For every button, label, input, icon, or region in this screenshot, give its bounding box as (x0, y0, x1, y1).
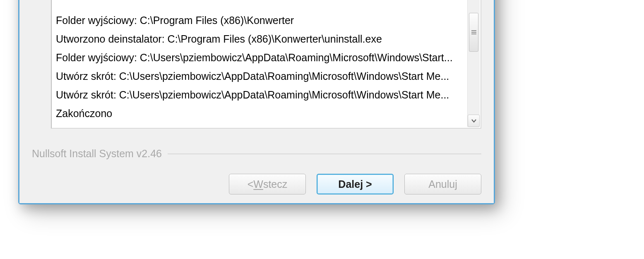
log-line: Utworzono deinstalator: C:\Program Files… (56, 30, 463, 48)
log-line: Utwórz skrót: C:\Users\pziembowicz\AppDa… (56, 86, 463, 104)
wizard-button-row: < Wstecz Dalej > Anuluj (32, 174, 481, 194)
scrollbar-thumb[interactable] (469, 13, 478, 52)
next-button[interactable]: Dalej > (317, 174, 394, 194)
log-line: Utwórz skrót: C:\Users\pziembowicz\AppDa… (56, 67, 463, 86)
log-scrollbar[interactable] (467, 0, 480, 127)
back-button[interactable]: < Wstecz (229, 174, 306, 194)
install-log: Folder wyjściowy: C:\Program Files (x86)… (52, 0, 466, 125)
next-button-label: Dalej > (338, 178, 372, 190)
log-line: Folder wyjściowy: C:\Program Files (x86)… (56, 11, 463, 30)
installer-window: Folder wyjściowy: C:\Program Files (x86)… (18, 0, 495, 204)
scrollbar-grip-icon (471, 30, 476, 34)
separator-line (168, 153, 481, 154)
back-button-accel: W (253, 178, 263, 190)
scrollbar-track[interactable] (468, 0, 480, 115)
chevron-down-icon (471, 119, 477, 123)
log-line: Folder wyjściowy: C:\Users\pziembowicz\A… (56, 48, 463, 67)
cancel-button-label: Anuluj (428, 178, 457, 190)
installer-brand-label: Nullsoft Install System v2.46 (32, 148, 162, 160)
scroll-down-button[interactable] (468, 115, 480, 127)
back-button-prefix: < (248, 178, 254, 190)
install-log-panel: Folder wyjściowy: C:\Program Files (x86)… (51, 0, 481, 129)
back-button-suffix: stecz (263, 178, 287, 190)
footer-separator: Nullsoft Install System v2.46 (32, 148, 481, 160)
cancel-button[interactable]: Anuluj (404, 174, 481, 194)
log-line: Zakończono (56, 104, 463, 123)
